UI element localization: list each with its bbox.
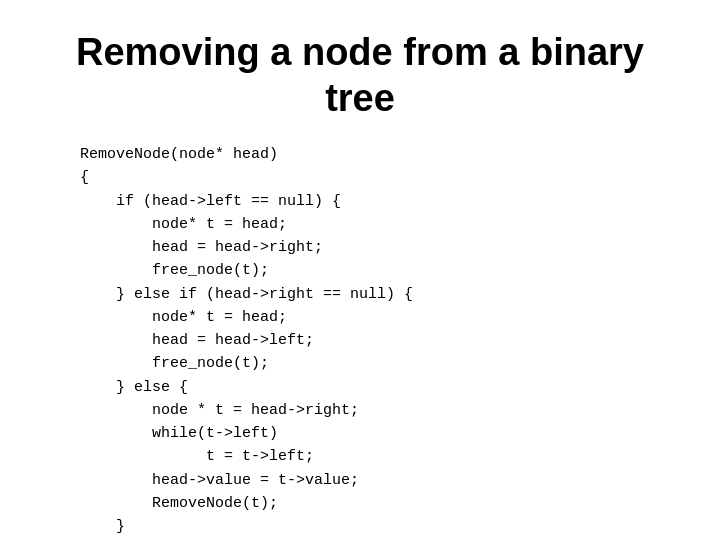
- slide-title: Removing a node from a binary tree: [76, 30, 644, 121]
- title-line1: Removing a node from a binary: [76, 31, 644, 73]
- code-block: RemoveNode(node* head) { if (head->left …: [80, 143, 413, 540]
- slide: Removing a node from a binary tree Remov…: [0, 0, 720, 540]
- title-line2: tree: [325, 77, 395, 119]
